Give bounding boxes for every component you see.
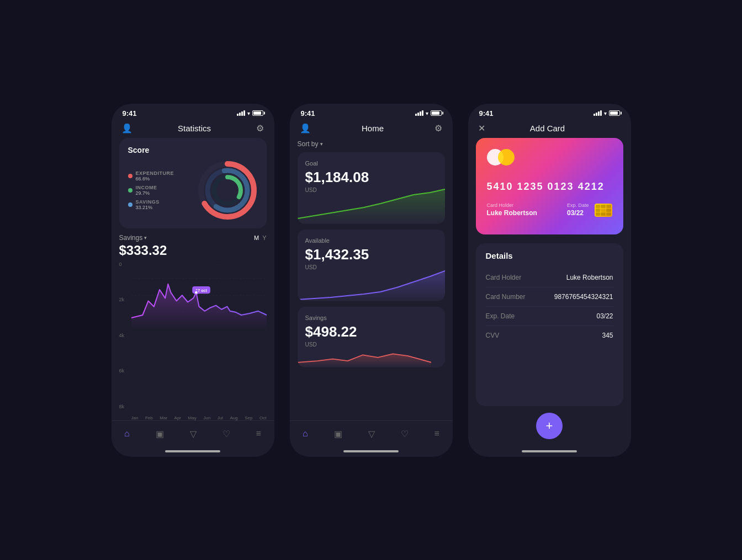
status-bar-3: 9:41 ▾ [468,104,631,121]
nav-home-2[interactable]: ⌂ [298,426,312,441]
savings-card-chart [298,340,432,367]
status-time-2: 9:41 [301,109,315,118]
card-holder-name-display: Luke Robertson [487,209,537,217]
savings-header: Savings ▾ M Y [119,234,267,242]
score-legend: EXPENDITURE 66.6% INCOME 29.7% [128,170,197,210]
home-indicator-2 [290,446,453,457]
savings-legend-value: 33.21% [136,205,160,210]
card-holder-info: Card Holder Luke Robertson [487,202,537,217]
signal-icon-2 [415,110,423,116]
savings-legend-label: SAVINGS [136,199,160,205]
savings-section: Savings ▾ M Y $333.32 8k 6k 4k 2k [119,234,267,420]
legend-income: INCOME 29.7% [128,185,197,196]
phone-home: 9:41 ▾ 👤 Home ⚙ Sort by ▾ [290,104,453,457]
sort-label[interactable]: Sort by ▾ [298,140,445,148]
period-m-btn[interactable]: M [254,234,259,241]
home-indicator-3 [468,446,631,457]
add-card-fab[interactable]: + [536,413,563,439]
nav-filter-2[interactable]: ▽ [364,426,379,441]
add-card-nav: ✕ Add Card [468,121,631,138]
income-dot [128,188,132,193]
savings-dot [128,202,132,207]
bottom-nav-1: ⌂ ▣ ▽ ♡ ≡ [112,420,274,446]
savings-chart-area: 8k 6k 4k 2k 0 [119,262,267,420]
detail-key-number: Card Number [486,293,526,301]
detail-key-exp: Exp. Date [486,312,515,320]
expenditure-dot [128,174,132,178]
details-title: Details [486,251,613,260]
savings-card-label: Savings [305,314,437,321]
detail-card-number: Card Number 9876765454324321 [486,287,613,307]
legend-savings: SAVINGS 33.21% [128,199,197,210]
detail-val-number: 9876765454324321 [554,293,613,301]
phone-statistics: 9:41 ▾ 👤 Statistics ⚙ Sc [112,104,274,457]
page-title-3: Add Card [530,124,565,133]
chart-x-labels: Jan Feb Mar Apr May Jun Jul Aug Sep Oct [131,415,267,420]
card-holder-label-display: Card Holder [487,202,537,208]
detail-exp-date: Exp. Date 03/22 [486,307,613,326]
expenditure-label: EXPENDITURE [136,170,174,176]
chip-icon [595,204,612,217]
phone2-content: Sort by ▾ Goal $1,184.08 USD [290,138,453,420]
nav-home-1[interactable]: ⌂ [120,426,134,441]
profile-icon-1[interactable]: 👤 [121,123,132,134]
sort-bar: Sort by ▾ [298,138,445,152]
nav-bell-2[interactable]: ♡ [396,426,413,441]
status-icons-3: ▾ [593,110,620,116]
status-icons-1: ▾ [237,110,263,116]
close-icon[interactable]: ✕ [478,123,485,134]
nav-filter-1[interactable]: ▽ [186,426,201,441]
nav-bar-1: 👤 Statistics ⚙ [112,121,274,138]
card-exp-info: Exp. Date 03/22 [567,202,589,217]
settings-icon-1[interactable]: ⚙ [256,123,264,134]
available-label: Available [305,237,437,244]
home-indicator-1 [112,446,274,457]
chart-y-labels: 8k 6k 4k 2k 0 [119,262,125,409]
nav-menu-1[interactable]: ≡ [252,426,266,441]
status-icons-2: ▾ [415,110,442,116]
nav-menu-2[interactable]: ≡ [430,426,444,441]
period-y-btn[interactable]: Y [262,234,266,241]
home-bar-3 [522,450,577,452]
card-exp-label-display: Exp. Date [567,202,589,208]
wifi-icon-2: ▾ [426,110,428,116]
available-chart [298,265,445,301]
nav-bar-2: 👤 Home ⚙ [290,121,453,138]
signal-icon-1 [237,110,245,116]
bottom-nav-2: ⌂ ▣ ▽ ♡ ≡ [290,420,453,446]
signal-icon-3 [593,110,602,116]
score-card: Score EXPENDITURE 66.6% [119,138,267,228]
status-time-1: 9:41 [123,109,137,118]
detail-val-cvv: 345 [602,332,613,339]
page-title-2: Home [362,124,384,133]
detail-val-holder: Luke Robertson [566,274,613,281]
nav-bell-1[interactable]: ♡ [218,426,235,441]
income-label: INCOME [136,185,157,190]
available-card: Available $1,432.35 USD [298,230,445,301]
credit-card: 5410 1235 0123 4212 Card Holder Luke Rob… [476,138,623,234]
page-title-1: Statistics [178,124,211,133]
goal-chart [298,188,445,224]
card-footer: Card Holder Luke Robertson Exp. Date 03/… [487,202,612,217]
status-bar-1: 9:41 ▾ [112,104,274,121]
income-value: 29.7% [136,190,157,196]
phone-add-card: 9:41 ▾ ✕ Add Card [468,104,631,457]
home-bar-2 [343,450,399,452]
score-title: Score [128,146,258,154]
savings-period: M Y [254,234,267,241]
card-logo [487,149,515,166]
svg-point-14 [194,291,198,294]
savings-amount: $333.32 [119,243,267,258]
savings-card-amount: $498.22 [305,323,437,340]
profile-icon-2[interactable]: 👤 [300,123,311,134]
goal-label: Goal [305,160,437,167]
chip-center [601,209,606,212]
nav-cards-2[interactable]: ▣ [330,426,347,441]
settings-icon-2[interactable]: ⚙ [434,123,442,134]
detail-card-holder: Card Holder Luke Robertson [486,268,613,287]
home-bar-1 [165,450,220,452]
goal-card: Goal $1,184.08 USD [298,152,445,224]
card-circle-right [498,149,515,166]
nav-cards-1[interactable]: ▣ [151,426,168,441]
donut-chart [197,160,258,221]
